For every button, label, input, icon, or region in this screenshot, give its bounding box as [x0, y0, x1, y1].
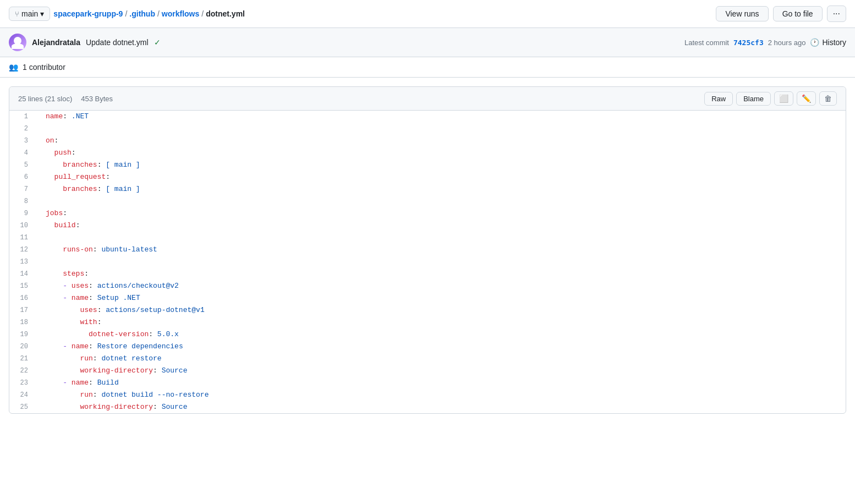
line-number: 13: [9, 256, 37, 268]
line-number: 19: [9, 328, 37, 341]
table-row: 16 - name: Setup .NET: [9, 292, 846, 304]
table-row: 12 runs-on: ubuntu-latest: [9, 244, 846, 256]
table-row: 24 run: dotnet build --no-restore: [9, 389, 846, 401]
line-number: 9: [9, 207, 37, 220]
line-number: 5: [9, 159, 37, 171]
breadcrumb-file: dotnet.yml: [206, 9, 245, 18]
chevron-down-icon: ▾: [40, 9, 44, 18]
table-row: 4 push:: [9, 147, 846, 159]
line-code: build:: [37, 220, 846, 232]
breadcrumb-sep-2: /: [157, 9, 160, 18]
line-code: [37, 232, 846, 244]
commit-author[interactable]: Alejandratala: [32, 38, 80, 47]
code-table: 1name: .NET2 3on:4 push:5 branches: [ ma…: [9, 111, 846, 413]
line-code: - name: Setup .NET: [37, 292, 846, 304]
table-row: 17 uses: actions/setup-dotnet@v1: [9, 304, 846, 316]
table-row: 25 working-directory: Source: [9, 401, 846, 413]
line-code: on:: [37, 135, 846, 147]
line-code: run: dotnet restore: [37, 353, 846, 365]
line-number: 2: [9, 123, 37, 135]
table-row: 15 - uses: actions/checkout@v2: [9, 280, 846, 292]
line-number: 17: [9, 304, 37, 316]
commit-left: Alejandratala Update dotnet.yml ✓: [9, 34, 161, 51]
table-row: 18 with:: [9, 316, 846, 328]
line-code: working-directory: Source: [37, 401, 846, 413]
avatar: [9, 34, 26, 51]
table-row: 5 branches: [ main ]: [9, 159, 846, 171]
line-code: dotnet-version: 5.0.x: [37, 328, 846, 341]
commit-hash[interactable]: 7425cf3: [733, 39, 764, 47]
breadcrumb-repo[interactable]: spacepark-grupp-9: [53, 9, 123, 18]
line-number: 3: [9, 135, 37, 147]
breadcrumb-folder2[interactable]: workflows: [162, 9, 199, 18]
line-number: 4: [9, 147, 37, 159]
branch-name: main: [21, 9, 38, 18]
branch-icon: ⑂: [15, 10, 19, 18]
line-code: [37, 195, 846, 207]
line-number: 15: [9, 280, 37, 292]
contributor-bar: 👥 1 contributor: [0, 57, 855, 78]
table-row: 23 - name: Build: [9, 377, 846, 389]
line-code: runs-on: ubuntu-latest: [37, 244, 846, 256]
line-number: 12: [9, 244, 37, 256]
delete-button[interactable]: 🗑: [819, 91, 837, 106]
line-number: 10: [9, 220, 37, 232]
edit-button[interactable]: ✏️: [797, 91, 816, 106]
table-row: 22 working-directory: Source: [9, 365, 846, 377]
breadcrumb-sep-3: /: [201, 9, 204, 18]
line-number: 16: [9, 292, 37, 304]
latest-commit-label: Latest commit: [684, 39, 729, 47]
contributor-icon: 👥: [9, 63, 18, 72]
more-options-button[interactable]: ···: [827, 6, 846, 22]
go-to-file-button[interactable]: Go to file: [773, 6, 823, 21]
history-button[interactable]: 🕐 History: [810, 38, 846, 47]
check-icon: ✓: [154, 38, 161, 47]
line-number: 21: [9, 353, 37, 365]
table-row: 1name: .NET: [9, 111, 846, 123]
line-code: working-directory: Source: [37, 365, 846, 377]
file-lines: 25 lines (21 sloc): [18, 95, 72, 103]
line-code: uses: actions/setup-dotnet@v1: [37, 304, 846, 316]
line-code: with:: [37, 316, 846, 328]
line-number: 11: [9, 232, 37, 244]
file-header: 25 lines (21 sloc) 453 Bytes Raw Blame ⬜…: [9, 87, 846, 111]
table-row: 19 dotnet-version: 5.0.x: [9, 328, 846, 341]
line-number: 8: [9, 195, 37, 207]
line-number: 24: [9, 389, 37, 401]
table-row: 21 run: dotnet restore: [9, 353, 846, 365]
line-number: 23: [9, 377, 37, 389]
branch-selector[interactable]: ⑂ main ▾: [9, 7, 50, 21]
line-code: steps:: [37, 268, 846, 280]
display-icon-button[interactable]: ⬜: [774, 91, 793, 106]
line-number: 6: [9, 171, 37, 183]
history-label: History: [822, 38, 846, 47]
line-number: 14: [9, 268, 37, 280]
line-code: push:: [37, 147, 846, 159]
line-number: 7: [9, 183, 37, 195]
file-size: 453 Bytes: [81, 95, 113, 103]
line-number: 20: [9, 341, 37, 353]
commit-bar: Alejandratala Update dotnet.yml ✓ Latest…: [0, 28, 855, 57]
breadcrumb-folder1[interactable]: .github: [129, 9, 155, 18]
history-icon: 🕐: [810, 38, 819, 47]
breadcrumb: spacepark-grupp-9 / .github / workflows …: [53, 9, 245, 18]
line-code: - name: Restore dependencies: [37, 341, 846, 353]
table-row: 2: [9, 123, 846, 135]
top-bar-left: ⑂ main ▾ spacepark-grupp-9 / .github / w…: [9, 7, 245, 21]
table-row: 7 branches: [ main ]: [9, 183, 846, 195]
view-runs-button[interactable]: View runs: [716, 6, 768, 21]
table-row: 9jobs:: [9, 207, 846, 220]
top-bar: ⑂ main ▾ spacepark-grupp-9 / .github / w…: [0, 0, 855, 28]
line-code: [37, 256, 846, 268]
line-number: 1: [9, 111, 37, 123]
table-row: 20 - name: Restore dependencies: [9, 341, 846, 353]
blame-button[interactable]: Blame: [736, 92, 771, 106]
top-bar-right: View runs Go to file ···: [716, 6, 846, 22]
raw-button[interactable]: Raw: [704, 92, 733, 106]
line-number: 22: [9, 365, 37, 377]
commit-right: Latest commit 7425cf3 2 hours ago 🕐 Hist…: [684, 38, 846, 47]
line-code: jobs:: [37, 207, 846, 220]
table-row: 13: [9, 256, 846, 268]
display-icon: ⬜: [779, 94, 788, 103]
contributor-count: 1 contributor: [23, 63, 65, 72]
